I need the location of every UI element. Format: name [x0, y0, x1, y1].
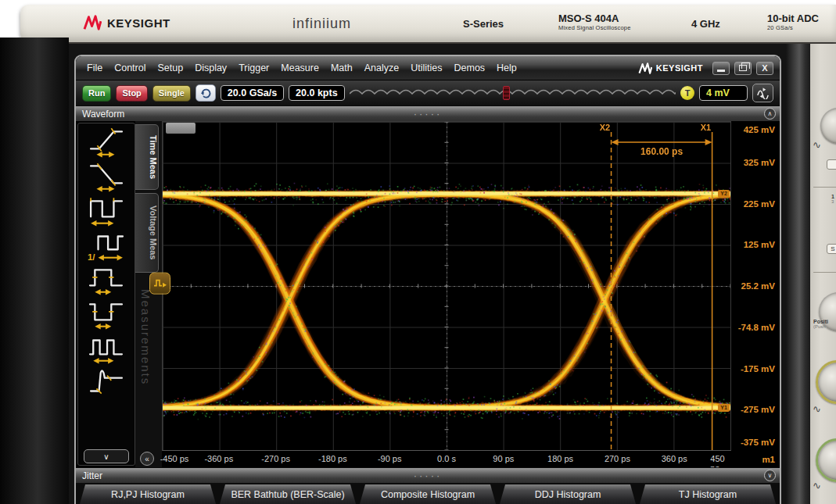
y-tick-label: -375 mV [741, 438, 775, 447]
brand-text: KEYSIGHT [107, 16, 170, 30]
menu-utilities[interactable]: Utilities [411, 63, 442, 73]
burst-width-icon[interactable] [82, 331, 131, 366]
waveform-strip-icon [350, 85, 676, 101]
tab-voltage-meas[interactable]: Voltage Meas [135, 193, 159, 273]
tab-ber-bathtub[interactable]: BER Bathtub (BER-Scale) [220, 484, 356, 504]
menu-help[interactable]: Help [497, 63, 517, 73]
menu-demos[interactable]: Demos [454, 63, 485, 73]
screen-edge-bezel [786, 44, 810, 504]
stop-button[interactable]: Stop [116, 85, 147, 102]
marker-y2-tag[interactable]: Y2 [718, 190, 730, 198]
waveform-panel-body: 1/ ∨ Time Meas Voltage Meas Measurements… [76, 121, 780, 467]
infiniium-app-window: File Control Setup Display Trigger Measu… [74, 55, 781, 504]
front-panel-s-button[interactable]: S [827, 244, 836, 254]
oscilloscope: KEYSIGHT infiniium S-Series MSO-S 404A M… [0, 0, 836, 504]
marker-x2-label[interactable]: X2 [600, 123, 610, 132]
autoscale-button[interactable] [752, 84, 773, 102]
menu-display[interactable]: Display [195, 63, 227, 73]
front-panel-button[interactable] [827, 159, 836, 170]
minimize-icon [717, 70, 725, 72]
acquisition-window-marker[interactable] [503, 86, 510, 100]
vertical-scale-knob[interactable] [816, 360, 836, 404]
keysight-logo: KEYSIGHT [83, 15, 170, 30]
memory-depth-readout[interactable]: 20.0 kpts [289, 85, 345, 101]
drag-handle[interactable]: ····· [414, 110, 443, 118]
menu-analyze[interactable]: Analyze [364, 63, 399, 73]
eye-diagram-canvas[interactable] [163, 122, 730, 450]
jitter-panel-title: Jitter [76, 470, 102, 481]
measurement-icon-sidebar: 1/ ∨ [77, 123, 135, 466]
more-measurements-button[interactable]: ∨ [84, 449, 129, 463]
waveform-panel-header[interactable]: Waveform ····· ∧ [76, 105, 780, 121]
product-family: infiniium [292, 16, 351, 32]
panel-divider [813, 272, 836, 273]
chevron-down-icon[interactable]: ∨ [764, 470, 776, 481]
double-chevron-left-icon[interactable]: « [140, 452, 154, 466]
eye-diagram-plot: X2 X1 160.00 ps Y2 Y1 [162, 121, 731, 451]
sample-rate-readout[interactable]: 20.0 GSa/s [221, 85, 284, 101]
front-panel-knob[interactable] [820, 108, 836, 144]
voltage-axis: 425 mV 325 mV 225 mV 125 mV 25.2 mV -74.… [731, 121, 780, 467]
jitter-tab-row: RJ,PJ Histogram BER Bathtub (BER-Scale) … [76, 483, 780, 504]
vertical-scale-knob[interactable] [816, 438, 836, 482]
frequency-icon: 1/ [85, 228, 127, 263]
tab-composite-histogram[interactable]: Composite Histogram [360, 484, 496, 504]
jitter-panel-header[interactable]: Jitter ····· ∨ [76, 467, 780, 483]
panel-label-fragment: 13 [831, 194, 834, 204]
y-tick-label: 25.2 mV [741, 281, 775, 291]
burst-width-icon [85, 331, 127, 366]
memory-waveform-icon [153, 277, 167, 290]
x-tick-label: 360 ps [662, 454, 687, 463]
menu-setup[interactable]: Setup [157, 63, 183, 73]
x-tick-label: -270 ps [261, 454, 290, 463]
model-number: MSO-S 404A Mixed Signal Oscilloscope [558, 13, 631, 31]
fall-time-icon[interactable] [82, 159, 131, 194]
trigger-level-readout[interactable]: 4 mV [699, 85, 748, 101]
tab-ddj-histogram[interactable]: DDJ Histogram [500, 484, 636, 504]
single-button[interactable]: Single [152, 85, 191, 102]
tab-tj-histogram[interactable]: TJ Histogram [640, 484, 776, 504]
chevron-up-icon[interactable]: ∧ [764, 108, 776, 120]
x-tick-label: -180 ps [318, 454, 347, 463]
y-tick-label: 425 mV [744, 125, 775, 134]
trigger-badge[interactable]: T [680, 86, 694, 100]
memory1-marker-icon[interactable] [149, 273, 170, 295]
autoscale-icon [755, 87, 770, 99]
restore-icon [739, 65, 747, 71]
menu-control[interactable]: Control [114, 63, 145, 73]
measurements-strip-label: Measurements [139, 289, 152, 385]
sine-icon: ∿ [813, 480, 821, 491]
keysight-logo-menubar: KEYSIGHT [638, 63, 703, 74]
rise-time-icon[interactable] [82, 125, 131, 159]
negative-pulse-width-icon[interactable] [82, 297, 131, 331]
run-button[interactable]: Run [82, 85, 111, 102]
restore-button[interactable] [734, 62, 752, 75]
channel-chip[interactable] [166, 123, 196, 134]
drag-handle[interactable]: ····· [414, 472, 443, 480]
x-tick-label: -450 ps [160, 454, 189, 463]
menu-file[interactable]: File [87, 63, 102, 73]
horizontal-position-scrollbar[interactable] [350, 85, 676, 101]
chevron-down-icon: ∨ [103, 452, 109, 461]
tab-time-meas[interactable]: Time Meas [135, 124, 159, 190]
marker-delta-readout: 160.00 ps [640, 146, 683, 157]
menu-trigger[interactable]: Trigger [239, 63, 269, 73]
tab-rj-pj-histogram[interactable]: RJ,PJ Histogram [80, 484, 216, 504]
positive-pulse-width-icon[interactable] [82, 263, 131, 297]
close-button[interactable]: X [756, 62, 773, 75]
minimize-button[interactable] [712, 62, 730, 75]
clear-display-button[interactable] [196, 84, 216, 102]
marker-x1-label[interactable]: X1 [701, 123, 711, 132]
waveform-panel-title: Waveform [76, 109, 124, 120]
keysight-spark-icon [83, 15, 102, 30]
overshoot-icon[interactable] [82, 366, 131, 400]
period-icon[interactable] [82, 194, 131, 228]
marker-y1-tag[interactable]: Y1 [718, 404, 730, 412]
menu-measure[interactable]: Measure [281, 63, 319, 73]
x-tick-label: -90 ps [378, 454, 402, 463]
menu-bar: File Control Setup Display Trigger Measu… [76, 56, 780, 80]
lcd-screen: File Control Setup Display Trigger Measu… [69, 44, 786, 504]
menu-math[interactable]: Math [331, 63, 353, 73]
frequency-icon[interactable]: 1/ [82, 228, 131, 263]
panel-divider [813, 187, 836, 188]
